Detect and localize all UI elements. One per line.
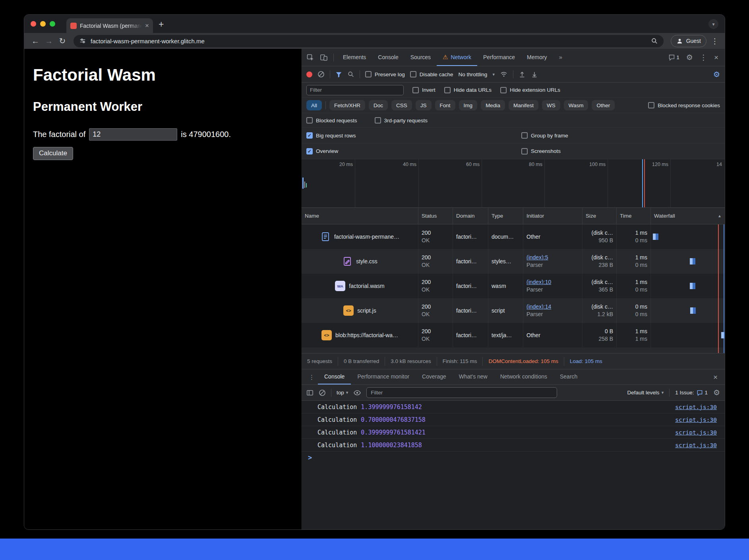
console-prompt[interactable]: >: [302, 452, 725, 463]
hide-data-urls-checkbox[interactable]: Hide data URLs: [444, 87, 492, 93]
search-icon[interactable]: [347, 71, 354, 78]
network-overview-timeline[interactable]: 20 ms 40 ms 60 ms 80 ms 100 ms 120 ms 14: [302, 159, 725, 208]
request-row-script[interactable]: <> script.js 200OK factori… script (inde…: [302, 298, 725, 323]
tab-memory[interactable]: Memory: [521, 49, 553, 66]
initiator-link[interactable]: (index):5: [526, 254, 579, 261]
tab-elements[interactable]: Elements: [337, 49, 372, 66]
console-message[interactable]: Calculation 1.100000023841858 script.js:…: [302, 439, 725, 452]
checkbox[interactable]: [306, 117, 313, 124]
filter-chip-fetch-xhr[interactable]: Fetch/XHR: [329, 100, 365, 110]
tab-search-button[interactable]: ▾: [708, 19, 718, 29]
network-conditions-icon[interactable]: [500, 70, 508, 78]
checkbox[interactable]: [521, 148, 528, 154]
request-row-wasm[interactable]: WA factorial.wasm 200OK factori… wasm (i…: [302, 274, 725, 298]
overview-checkbox[interactable]: ✓ Overview: [306, 148, 521, 154]
initiator-link[interactable]: (index):10: [526, 278, 579, 286]
filter-chip-other[interactable]: Other: [592, 100, 615, 110]
import-har-icon[interactable]: [519, 71, 526, 78]
console-settings-gear-icon[interactable]: ⚙: [713, 389, 720, 396]
tab-performance[interactable]: Performance: [477, 49, 521, 66]
console-context-dropdown[interactable]: top ▾: [337, 390, 348, 396]
disable-cache-checkbox[interactable]: Disable cache: [410, 71, 453, 77]
inspect-element-icon[interactable]: [306, 54, 314, 62]
preserve-log-checkbox[interactable]: Preserve log: [365, 71, 405, 77]
blocked-response-cookies-checkbox[interactable]: Blocked response cookies: [648, 102, 720, 108]
source-link[interactable]: script.js:30: [675, 442, 725, 448]
omnibox[interactable]: factorial-wasm-permanent-worker.glitch.m…: [74, 35, 664, 47]
settings-gear-icon[interactable]: ⚙: [686, 54, 693, 61]
close-devtools-icon[interactable]: ×: [714, 54, 718, 61]
console-message[interactable]: Calculation 0.7000000476837158 script.js…: [302, 413, 725, 426]
network-filter-input[interactable]: [306, 85, 404, 95]
column-header-time[interactable]: Time: [617, 208, 651, 224]
browser-menu-icon[interactable]: ⋮: [710, 37, 720, 46]
issues-link[interactable]: 1 Issue: 1: [675, 390, 708, 396]
tab-sources[interactable]: Sources: [404, 49, 437, 66]
drawer-tab-performance-monitor[interactable]: Performance monitor: [351, 369, 416, 384]
group-by-frame-checkbox[interactable]: Group by frame: [521, 132, 568, 139]
console-sidebar-icon[interactable]: [306, 389, 314, 396]
tab-network[interactable]: ⚠ Network: [437, 49, 477, 66]
tab-console[interactable]: Console: [372, 49, 404, 66]
checkbox[interactable]: [521, 132, 528, 139]
drawer-tab-network-conditions[interactable]: Network conditions: [494, 369, 554, 384]
drawer-tab-whats-new[interactable]: What's new: [453, 369, 494, 384]
clear-console-icon[interactable]: [319, 389, 326, 396]
initiator-link[interactable]: (index):14: [526, 303, 579, 311]
new-tab-button[interactable]: +: [159, 19, 164, 30]
reload-button[interactable]: ↻: [56, 36, 69, 46]
column-header-waterfall[interactable]: Waterfall ▲: [651, 208, 725, 224]
filter-chip-img[interactable]: Img: [459, 100, 478, 110]
checkbox[interactable]: [412, 87, 419, 93]
minimize-window-button[interactable]: [40, 21, 46, 27]
checkbox[interactable]: [648, 102, 654, 108]
checkbox-checked[interactable]: ✓: [306, 132, 313, 139]
back-button[interactable]: ←: [29, 37, 42, 46]
column-header-status[interactable]: Status: [418, 208, 453, 224]
column-header-domain[interactable]: Domain: [453, 208, 488, 224]
devtools-menu-icon[interactable]: ⋮: [700, 54, 707, 61]
tab-close-icon[interactable]: ×: [145, 22, 149, 29]
source-link[interactable]: script.js:30: [675, 417, 725, 423]
request-row-document[interactable]: factorial-wasm-permane… 200OK factori… d…: [302, 224, 725, 249]
zoom-magnifier-icon[interactable]: [651, 37, 658, 44]
browser-tab[interactable]: Factorial Wasm (permanent W ×: [66, 18, 153, 33]
filter-chip-media[interactable]: Media: [481, 100, 505, 110]
column-header-name[interactable]: Name: [302, 208, 418, 224]
checkbox[interactable]: [410, 71, 416, 77]
site-info-icon[interactable]: [79, 37, 86, 44]
console-message[interactable]: Calculation 1.399999976158142 script.js:…: [302, 401, 725, 413]
third-party-requests-checkbox[interactable]: 3rd-party requests: [375, 117, 428, 124]
profile-button[interactable]: Guest: [671, 35, 706, 47]
filter-funnel-icon[interactable]: [335, 71, 342, 78]
hide-extension-urls-checkbox[interactable]: Hide extension URLs: [500, 87, 560, 93]
drawer-tab-coverage[interactable]: Coverage: [416, 369, 453, 384]
console-message[interactable]: Calculation 0.3999999761581421 script.js…: [302, 426, 725, 439]
filter-chip-doc[interactable]: Doc: [369, 100, 388, 110]
console-filter-input[interactable]: [366, 387, 557, 398]
big-request-rows-checkbox[interactable]: ✓ Big request rows: [306, 132, 521, 139]
checkbox[interactable]: [500, 87, 507, 93]
checkbox[interactable]: [375, 117, 381, 124]
source-link[interactable]: script.js:30: [675, 429, 725, 436]
network-settings-gear-icon[interactable]: ⚙: [713, 71, 720, 78]
default-levels-dropdown[interactable]: Default levels ▾: [627, 390, 664, 396]
close-window-button[interactable]: [31, 21, 36, 27]
column-header-initiator[interactable]: Initiator: [523, 208, 583, 224]
live-expression-eye-icon[interactable]: [353, 389, 361, 397]
blocked-requests-checkbox[interactable]: Blocked requests: [306, 117, 357, 124]
clear-network-icon[interactable]: [317, 71, 325, 78]
screenshots-checkbox[interactable]: Screenshots: [521, 148, 561, 154]
device-toolbar-icon[interactable]: [320, 54, 328, 62]
column-header-type[interactable]: Type: [488, 208, 523, 224]
filter-chip-ws[interactable]: WS: [542, 100, 560, 110]
export-har-icon[interactable]: [531, 71, 538, 78]
filter-chip-manifest[interactable]: Manifest: [509, 100, 538, 110]
issues-counter[interactable]: 1: [668, 54, 679, 61]
column-header-size[interactable]: Size: [583, 208, 617, 224]
filter-chip-font[interactable]: Font: [435, 100, 455, 110]
checkbox-checked[interactable]: ✓: [306, 148, 313, 154]
request-row-stylesheet[interactable]: style.css 200OK factori… styles… (index)…: [302, 249, 725, 274]
filter-chip-all[interactable]: All: [306, 100, 322, 110]
filter-chip-css[interactable]: CSS: [391, 100, 412, 110]
